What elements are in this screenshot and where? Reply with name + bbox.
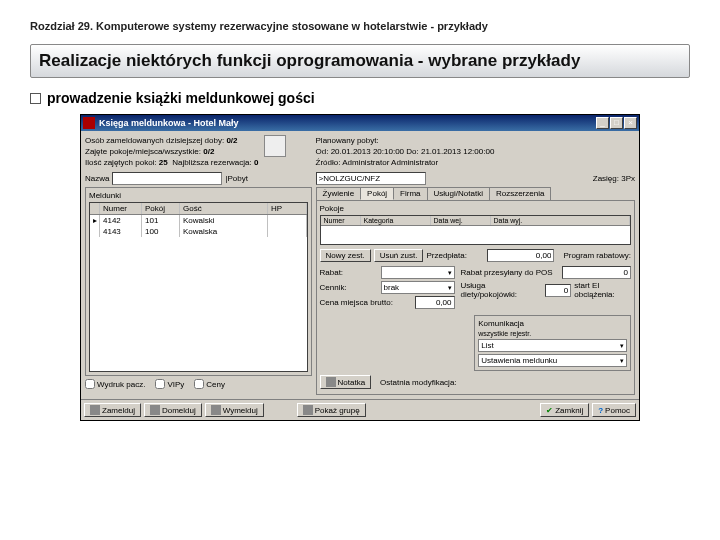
registration-book-window: Księga meldunkowa - Hotel Mały _ □ × Osó… [80,114,640,421]
occupancy-info: Osób zameldowanych dzisiejszej doby: 0/2… [85,135,258,168]
discount-select[interactable] [381,266,455,279]
gross-price-input[interactable] [415,296,455,309]
startclean-label: Usługa diety/pokojówki: [461,281,543,299]
tab-company[interactable]: Firma [393,187,427,200]
comm-sub: wszystkie rejestr. [478,330,627,337]
checkin-icon [90,405,100,415]
close-window-button[interactable]: ✔Zamknij [540,403,589,417]
window-title: Księga meldunkowa - Hotel Mały [99,118,596,128]
stay-label: |Pobyt [225,174,248,183]
tab-food[interactable]: Żywienie [316,187,362,200]
col-hp[interactable]: HP [268,203,307,214]
subtitle: prowadzenie książki meldunkowej gości [30,90,690,106]
pos-discount-label: Rabat przesyłany do POS [461,268,559,277]
bullet-square-icon [30,93,41,104]
delete-set-button[interactable]: Usuń zust. [374,249,424,262]
checkins-title: Meldunki [89,191,308,200]
tabs: Żywienie Pokój Firma Usługi/Notatki Rozs… [316,187,635,200]
last-mod-label: Ostatnia modyfikacja: [380,378,456,387]
addcheckin-icon [150,405,160,415]
info-icon [264,135,286,157]
slide-title: Realizacje niektórych funkcji oprogramow… [39,51,681,71]
tab-content: Pokoje Numer Kategoria Data wej. Data wy… [316,200,635,395]
comm-title: Komunikacja [478,319,627,328]
pos-discount-input[interactable] [562,266,631,279]
check-prices[interactable]: Ceny [194,379,225,389]
discount-prog-label: Program rabatowy: [563,251,631,260]
filter-checks: Wydruk pacz. VIPy Ceny [85,379,312,389]
pricelist-label: Cennik: [320,283,378,292]
startclean-input[interactable] [545,284,571,297]
gross-price-label: Cena miejsca brutto: [320,298,412,307]
close-button[interactable]: × [624,117,637,129]
check-vip[interactable]: VIPy [155,379,184,389]
col-room[interactable]: Pokój [142,203,180,214]
settings-select[interactable]: Ustawienia meldunku [478,354,627,367]
footer-buttons: Zamelduj Domelduj Wymelduj Pokaż grupę ✔… [81,399,639,420]
col-marker[interactable] [90,203,100,214]
rooms-col-cat[interactable]: Kategoria [361,216,431,225]
rooms-col-out[interactable]: Data wyj. [491,216,630,225]
group-icon [303,405,313,415]
rooms-col-num[interactable]: Numer [321,216,361,225]
subtitle-text: prowadzenie książki meldunkowej gości [47,90,315,106]
rooms-table[interactable]: Numer Kategoria Data wej. Data wyj. [320,215,631,245]
col-guest[interactable]: Gość [180,203,268,214]
name-label: Nazwa [85,174,109,183]
window-titlebar[interactable]: Księga meldunkowa - Hotel Mały _ □ × [81,115,639,131]
range-label: Zasięg: 3Px [593,174,635,183]
status-code-field[interactable] [316,172,426,185]
addcheckin-button[interactable]: Domelduj [144,403,202,417]
showgroup-button[interactable]: Pokaż grupę [297,403,366,417]
name-input[interactable] [112,172,222,185]
checkin-button[interactable]: Zamelduj [84,403,141,417]
help-button[interactable]: ?Pomoc [592,403,636,417]
app-icon [83,117,95,129]
checkins-table[interactable]: Numer Pokój Gość HP ▸ 4142 101 Kowalski [89,202,308,372]
slide-title-bar: Realizacje niektórych funkcji oprogramow… [30,44,690,78]
new-set-button[interactable]: Nowy zest. [320,249,371,262]
minimize-button[interactable]: _ [596,117,609,129]
maximize-button[interactable]: □ [610,117,623,129]
comm-select[interactable]: List [478,339,627,352]
rooms-title: Pokoje [320,204,631,213]
communication-section: Komunikacja wszystkie rejestr. List Usta… [474,315,631,371]
prepayment-label: Przedpłata: [426,251,484,260]
check-print[interactable]: Wydruk pacz. [85,379,145,389]
table-row[interactable]: ▸ 4142 101 Kowalski [90,215,307,226]
rooms-col-in[interactable]: Data wej. [431,216,491,225]
tab-room[interactable]: Pokój [360,187,394,200]
prepayment-input[interactable] [487,249,554,262]
checkins-group: Meldunki Numer Pokój Gość HP ▸ 4142 1 [85,187,312,376]
planned-stay-info: Planowany pobyt: Od: 20.01.2013 20:10:00… [316,135,635,168]
tab-extensions[interactable]: Rozszerzenia [489,187,551,200]
checkout-button[interactable]: Wymelduj [205,403,264,417]
charge-start-label: start EI obciążenia: [574,281,631,299]
note-icon [326,377,336,387]
table-row[interactable]: 4143 100 Kowalska [90,226,307,237]
note-button[interactable]: Notatka [320,375,372,389]
tab-services[interactable]: Usługi/Notatki [427,187,490,200]
pricelist-select[interactable]: brak [381,281,455,294]
discount-label: Rabat: [320,268,378,277]
col-number[interactable]: Numer [100,203,142,214]
checkout-icon [211,405,221,415]
chapter-label: Rozdział 29. Komputerowe systemy rezerwa… [30,20,690,32]
